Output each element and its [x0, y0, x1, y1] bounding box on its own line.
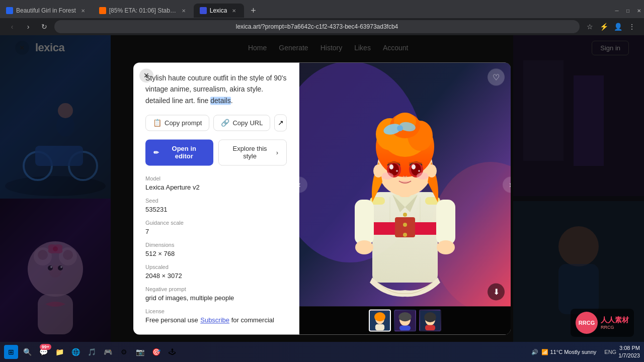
watermark-label: RRCG	[601, 325, 629, 330]
svg-rect-82	[425, 325, 435, 331]
tab-beautiful-girl[interactable]: Beautiful Girl in Forest ✕	[0, 4, 93, 18]
network-icon[interactable]: 📶	[541, 349, 548, 355]
tab-favicon-1	[6, 7, 13, 14]
thumbnail-2[interactable]	[394, 310, 416, 332]
svg-point-66	[381, 172, 393, 179]
tab-favicon-2	[99, 7, 106, 14]
bookmark-button[interactable]: ☆	[584, 21, 596, 33]
watermark-brand: 人人素材	[601, 316, 629, 325]
windows-icon: ⊞	[8, 348, 14, 356]
modal-close-button[interactable]: ✕	[139, 68, 153, 82]
svg-point-39	[403, 223, 407, 227]
system-tray: 🔊 📶	[531, 349, 548, 355]
copy-prompt-button[interactable]: 📋 Copy prompt	[145, 115, 209, 131]
thumbnail-strip	[299, 307, 511, 335]
svg-rect-44	[436, 200, 455, 245]
address-input[interactable]	[54, 20, 580, 33]
svg-point-79	[398, 312, 411, 321]
meta-upscaled: Upscaled 2048 × 3072	[145, 264, 287, 281]
license-value: Free personal use	[145, 317, 198, 324]
tab-title-1: Beautiful Girl in Forest	[16, 7, 76, 14]
license-commercial: Subscribe for commercial	[200, 317, 274, 324]
meta-license: License Free personal use Subscribe for …	[145, 309, 287, 325]
new-tab-button[interactable]: +	[246, 4, 260, 18]
meta-neg-prompt: Negative prompt grid of images, multiple…	[145, 287, 287, 303]
reload-button[interactable]: ↻	[38, 21, 50, 33]
svg-rect-43	[355, 200, 374, 245]
tab-stable-diffusion[interactable]: [85% ETA: 01:06] Stable Diffusion ✕	[93, 4, 194, 18]
taskbar-game2[interactable]: 🕹	[165, 345, 179, 359]
svg-point-45	[355, 240, 373, 254]
address-bar: ‹ › ↻ ☆ ⚡ 👤 ⋮	[0, 18, 644, 35]
svg-point-67	[417, 172, 429, 179]
tab-close-3[interactable]: ✕	[230, 7, 238, 15]
taskbar-notifications[interactable]: 💬 99+	[36, 345, 50, 359]
taskbar-music[interactable]: 🎵	[85, 345, 99, 359]
svg-point-65	[418, 170, 420, 172]
prompt-text: Stylish haute couture outfit in the styl…	[145, 72, 287, 106]
svg-point-83	[424, 312, 436, 322]
explore-arrow-icon: ›	[276, 149, 278, 156]
heart-button[interactable]: ♡	[488, 68, 505, 85]
thumbnail-3[interactable]	[419, 310, 441, 332]
subscribe-link[interactable]: Subscribe	[200, 317, 229, 324]
taskbar: ⊞ 🔍 💬 99+ 📁 🌐 🎵 🎮 ⚙ 📷 🎯 🕹 🔊 📶 11°C Mostl…	[0, 342, 644, 362]
close-window-button[interactable]: ✕	[634, 6, 644, 16]
start-button[interactable]: ⊞	[4, 345, 18, 359]
back-button[interactable]: ‹	[6, 21, 18, 33]
copy-url-button[interactable]: 🔗 Copy URL	[213, 115, 270, 131]
meta-seed: Seed 535231	[145, 198, 287, 214]
link-icon: 🔗	[221, 119, 229, 127]
dimensions-label: Dimensions	[145, 242, 287, 248]
modal-right-panel: ♡ ⬇ ‹ ›	[299, 62, 511, 334]
taskbar-files[interactable]: 📁	[52, 345, 66, 359]
svg-point-38	[403, 213, 407, 217]
seed-label: Seed	[145, 198, 287, 204]
meta-model: Model Lexica Aperture v2	[145, 176, 287, 192]
svg-point-75	[374, 312, 385, 321]
notification-badge: 99+	[40, 344, 51, 350]
tab-title-2: [85% ETA: 01:06] Stable Diffusion	[109, 7, 177, 14]
clock-display: 3:08 PM 1/7/2023	[618, 344, 640, 360]
thumbnail-1[interactable]	[369, 310, 391, 332]
tab-title-3: Lexica	[210, 7, 227, 14]
taskbar-game[interactable]: 🎮	[101, 345, 115, 359]
model-value: Lexica Aperture v2	[145, 184, 200, 192]
maximize-button[interactable]: □	[623, 6, 633, 16]
volume-icon[interactable]: 🔊	[531, 349, 538, 355]
svg-rect-74	[375, 324, 384, 331]
svg-point-40	[403, 233, 407, 237]
tab-close-1[interactable]: ✕	[79, 7, 87, 15]
taskbar-camera[interactable]: 📷	[133, 345, 147, 359]
search-taskbar-button[interactable]: 🔍	[20, 345, 34, 359]
taskbar-settings[interactable]: ⚙	[117, 345, 131, 359]
prompt-after: .	[231, 97, 233, 105]
model-label: Model	[145, 176, 287, 182]
svg-point-57	[397, 125, 403, 131]
forward-button[interactable]: ›	[22, 21, 34, 33]
open-editor-button[interactable]: ✏ Open in editor	[145, 140, 213, 166]
svg-point-62	[389, 164, 393, 169]
seed-value: 535231	[145, 206, 167, 214]
guidance-label: Guidance scale	[145, 220, 287, 226]
external-link-button[interactable]: ↗	[274, 115, 287, 132]
download-button[interactable]: ⬇	[488, 284, 505, 301]
taskbar-steam[interactable]: 🎯	[149, 345, 163, 359]
tab-close-2[interactable]: ✕	[180, 7, 188, 15]
window-controls: ─ □ ✕	[612, 6, 644, 16]
extensions-button[interactable]: ⚡	[598, 21, 610, 33]
profile-button[interactable]: 👤	[612, 21, 624, 33]
more-button[interactable]: ⋮	[626, 21, 638, 33]
tab-lexica[interactable]: Lexica ✕	[194, 4, 245, 18]
svg-point-68	[373, 164, 383, 177]
tab-favicon-3	[200, 7, 207, 14]
weather-display: 11°C Mostly sunny	[550, 349, 597, 355]
meta-guidance: Guidance scale 7	[145, 220, 287, 236]
explore-style-button[interactable]: Explore this style ›	[218, 140, 287, 166]
svg-point-64	[396, 170, 398, 172]
taskbar-browser[interactable]: 🌐	[68, 345, 83, 359]
big-actions-row: ✏ Open in editor Explore this style ›	[145, 140, 287, 166]
minimize-button[interactable]: ─	[612, 6, 622, 16]
image-detail-modal: ✕ Stylish haute couture outfit in the st…	[133, 62, 511, 334]
browser-chrome: Beautiful Girl in Forest ✕ [85% ETA: 01:…	[0, 0, 644, 35]
